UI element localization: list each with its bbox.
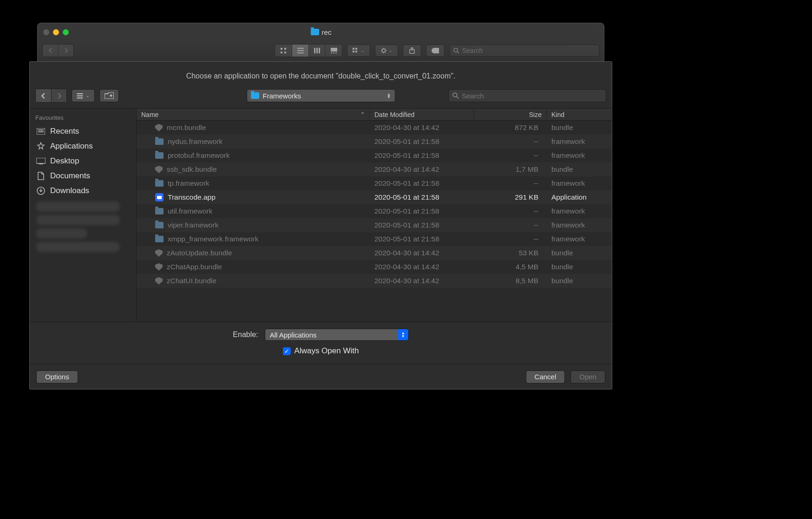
sidebar-item-recents[interactable]: Recents bbox=[30, 124, 136, 139]
column-kind[interactable]: Kind bbox=[547, 109, 612, 120]
file-name: ssb_sdk.bundle bbox=[167, 165, 217, 174]
zoom-window-button[interactable] bbox=[63, 29, 69, 35]
chevron-updown-icon: ▲▼ bbox=[387, 93, 391, 98]
file-name: tp.framework bbox=[168, 179, 210, 188]
sidebar: Favourites RecentsApplicationsDesktopDoc… bbox=[30, 109, 137, 322]
svg-rect-29 bbox=[39, 163, 43, 164]
file-kind: bundle bbox=[547, 249, 612, 257]
group-by-button[interactable]: ⌄ bbox=[347, 45, 370, 57]
window-controls bbox=[43, 29, 69, 35]
file-size: -- bbox=[474, 221, 547, 229]
sheet-prompt: Choose an application to open the docume… bbox=[30, 62, 612, 87]
file-kind: bundle bbox=[547, 277, 612, 285]
action-menu-button[interactable]: ⌄ bbox=[375, 45, 398, 57]
sheet-back-button[interactable] bbox=[36, 89, 51, 102]
file-row: nydus.framework2020-05-01 at 21:58--fram… bbox=[137, 135, 612, 149]
svg-rect-2 bbox=[281, 52, 282, 53]
new-folder-button[interactable] bbox=[99, 89, 119, 102]
enable-label: Enable: bbox=[233, 331, 258, 339]
column-view-button[interactable] bbox=[308, 45, 325, 57]
options-button[interactable]: Options bbox=[36, 370, 78, 383]
file-size: 4,5 MB bbox=[474, 263, 547, 271]
svg-rect-1 bbox=[284, 48, 286, 50]
path-popup[interactable]: Frameworks ▲▼ bbox=[247, 89, 395, 102]
sheet-search-input[interactable] bbox=[462, 92, 602, 100]
file-size: -- bbox=[474, 235, 547, 243]
folder-icon bbox=[311, 29, 319, 35]
shield-icon bbox=[155, 124, 163, 131]
file-kind: Application bbox=[547, 193, 612, 201]
file-kind: framework bbox=[547, 137, 612, 146]
sidebar-item-apps[interactable]: Applications bbox=[30, 139, 136, 154]
file-date: 2020-05-01 at 21:58 bbox=[370, 137, 474, 146]
file-kind: framework bbox=[547, 221, 612, 229]
file-size: -- bbox=[474, 207, 547, 215]
svg-rect-3 bbox=[284, 52, 286, 53]
sheet-view-mode[interactable]: ⌄ bbox=[72, 89, 95, 102]
sheet-search[interactable] bbox=[448, 89, 606, 102]
file-kind: bundle bbox=[547, 165, 612, 174]
column-headers: Name⌃ Date Modified Size Kind bbox=[137, 109, 612, 121]
sheet-controls: Enable: All Applications ▲▼ ✓ Always Ope… bbox=[30, 322, 612, 364]
finder-toolbar: ⌄ ⌄ bbox=[38, 41, 604, 60]
file-date: 2020-04-30 at 14:42 bbox=[370, 165, 474, 174]
shield-icon bbox=[155, 166, 163, 173]
list-view-button[interactable] bbox=[292, 45, 308, 57]
file-date: 2020-05-01 at 21:58 bbox=[370, 193, 474, 201]
svg-rect-4 bbox=[297, 48, 304, 49]
finder-search-input[interactable] bbox=[462, 47, 595, 54]
forward-button[interactable] bbox=[58, 45, 73, 57]
svg-point-18 bbox=[382, 49, 386, 52]
sidebar-item-downloads[interactable]: Downloads bbox=[30, 183, 136, 198]
minimize-window-button[interactable] bbox=[53, 29, 59, 35]
file-kind: framework bbox=[547, 151, 612, 160]
folder-icon bbox=[155, 222, 164, 228]
svg-rect-12 bbox=[333, 52, 334, 53]
file-kind: bundle bbox=[547, 123, 612, 132]
file-date: 2020-04-30 at 14:42 bbox=[370, 277, 474, 285]
file-date: 2020-05-01 at 21:58 bbox=[370, 179, 474, 188]
share-button[interactable] bbox=[403, 45, 421, 57]
svg-rect-26 bbox=[38, 130, 44, 130]
sidebar-item-desktop[interactable]: Desktop bbox=[30, 154, 136, 169]
folder-icon bbox=[251, 92, 259, 99]
always-open-row[interactable]: ✓ Always Open With bbox=[283, 346, 359, 356]
sheet-forward-button[interactable] bbox=[51, 89, 66, 102]
cancel-button[interactable]: Cancel bbox=[526, 370, 565, 383]
close-window-button[interactable] bbox=[43, 29, 49, 35]
desktop-icon bbox=[36, 158, 46, 164]
finder-search[interactable] bbox=[449, 45, 599, 57]
sidebar-section-title: Favourites bbox=[30, 112, 136, 124]
file-size: -- bbox=[474, 137, 547, 146]
column-name[interactable]: Name⌃ bbox=[137, 109, 370, 120]
gallery-view-button[interactable] bbox=[325, 45, 342, 57]
always-open-label: Always Open With bbox=[295, 346, 359, 356]
column-date[interactable]: Date Modified bbox=[370, 109, 474, 120]
svg-rect-8 bbox=[316, 48, 318, 53]
search-icon bbox=[453, 48, 459, 54]
folder-icon bbox=[155, 152, 164, 159]
file-size: 872 KB bbox=[474, 123, 547, 132]
icon-view-button[interactable] bbox=[275, 45, 292, 57]
tags-button[interactable] bbox=[426, 45, 445, 57]
folder-icon bbox=[155, 208, 164, 214]
sidebar-item-label: Documents bbox=[50, 171, 90, 181]
folder-icon bbox=[155, 236, 164, 242]
window-title-text: rec bbox=[322, 28, 332, 36]
file-row: xmpp_framework.framework2020-05-01 at 21… bbox=[137, 232, 612, 246]
svg-point-20 bbox=[454, 48, 458, 52]
shield-icon bbox=[155, 277, 163, 285]
file-rows: mcm.bundle2020-04-30 at 14:42872 KBbundl… bbox=[137, 121, 612, 322]
back-button[interactable] bbox=[43, 45, 58, 57]
open-button[interactable]: Open bbox=[570, 370, 605, 383]
file-row[interactable]: Transcode.app2020-05-01 at 21:58291 KBAp… bbox=[137, 190, 612, 204]
enable-popup[interactable]: All Applications ▲▼ bbox=[265, 329, 409, 341]
svg-rect-27 bbox=[38, 131, 44, 132]
checkbox-checked-icon[interactable]: ✓ bbox=[283, 347, 291, 355]
file-name: nydus.framework bbox=[168, 137, 223, 146]
column-size[interactable]: Size bbox=[474, 109, 547, 120]
svg-rect-23 bbox=[77, 97, 83, 98]
sidebar-item-label: Downloads bbox=[50, 186, 89, 195]
file-name: viper.framework bbox=[168, 221, 218, 229]
sidebar-item-docs[interactable]: Documents bbox=[30, 169, 136, 183]
